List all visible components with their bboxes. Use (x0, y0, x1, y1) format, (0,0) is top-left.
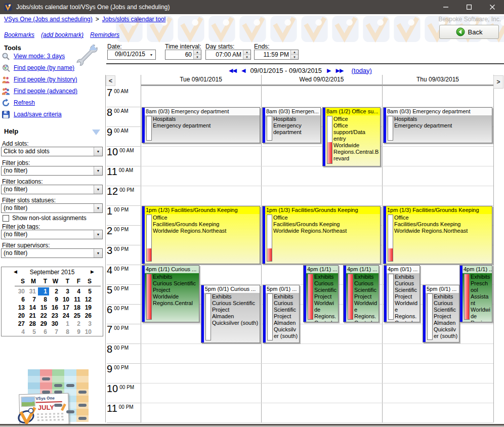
calendar-event[interactable]: 4pm (1/1) ...ExhibitsCurious Scientific … (343, 265, 379, 322)
date-dropdown-arrow-icon[interactable]: ▼ (147, 50, 155, 59)
calendar-event[interactable]: 4pm (1/1) ...ExhibitsPreschool Assistant… (459, 265, 492, 322)
first-range-button[interactable]: ◀◀ (229, 66, 236, 74)
tool-link-refresh[interactable]: Refresh (14, 99, 35, 106)
calendar-event[interactable]: 8am (1/2) Office su...OfficeOffice suppo… (322, 107, 381, 166)
filter-supervisors-dropdown[interactable]: (no filter)▼ (1, 248, 103, 258)
filter-locations-dropdown-arrow-icon[interactable]: ▼ (94, 185, 102, 194)
add-slots-dropdown[interactable]: Click to add slots▼ (1, 147, 103, 156)
minical-day-cell[interactable]: 20 (16, 312, 27, 320)
calendar-event[interactable]: 8am (0/3) Emergen...HospitalsEmergency d… (262, 107, 321, 143)
maximize-button[interactable] (457, 0, 481, 14)
today-link[interactable]: (today) (351, 67, 371, 74)
minical-day-cell[interactable]: 23 (49, 312, 60, 320)
minical-day-cell[interactable]: 2 (71, 320, 82, 328)
show-non-slot-assignments-checkbox[interactable] (3, 215, 9, 222)
next-range-button[interactable]: ▶ (327, 66, 330, 74)
minical-day-cell[interactable]: 13 (16, 304, 27, 312)
filter-job-tags-dropdown-arrow-icon[interactable]: ▼ (94, 230, 102, 239)
bookmarks-link[interactable]: Bookmarks (4, 31, 34, 38)
minical-day-cell[interactable]: 14 (27, 304, 38, 312)
minical-day-cell[interactable]: 18 (71, 304, 82, 312)
tool-link-view-mode-3-days[interactable]: View mode: 3 days (14, 53, 65, 60)
interval-up-button[interactable]: ▲ (194, 50, 201, 55)
minical-next-month-icon[interactable]: ▶ (91, 269, 94, 274)
minical-prev-month-icon[interactable]: ◀ (14, 269, 17, 274)
add-slots-dropdown-arrow-icon[interactable]: ▼ (94, 147, 102, 156)
minical-day-cell[interactable]: 19 (82, 304, 94, 312)
minical-day-cell[interactable]: 2 (49, 287, 60, 295)
minical-day-cell[interactable]: 22 (38, 312, 49, 320)
close-button[interactable] (481, 0, 504, 14)
minical-day-cell[interactable]: 11 (71, 295, 82, 304)
tool-link-find-people-advanced[interactable]: Find people (advanced) (14, 88, 77, 95)
day-starts-down-button[interactable]: ▼ (243, 55, 250, 60)
minical-day-cell[interactable]: 12 (82, 295, 94, 304)
day-starts-up-button[interactable]: ▲ (243, 50, 250, 55)
filter-supervisors-dropdown-arrow-icon[interactable]: ▼ (94, 249, 102, 258)
minical-day-cell[interactable]: 10 (82, 328, 94, 336)
minical-day-cell[interactable]: 6 (38, 328, 49, 336)
minical-day-cell[interactable]: 4 (16, 328, 27, 336)
calendar-event[interactable]: 1pm (1/3) Facilities/Grounds KeepingOffi… (262, 206, 381, 264)
minical-day-cell[interactable]: 5 (82, 287, 94, 295)
minical-day-cell[interactable]: 28 (27, 320, 38, 328)
filter-jobs-dropdown-arrow-icon[interactable]: ▼ (94, 166, 102, 175)
minical-day-cell[interactable]: 27 (16, 320, 27, 328)
minical-day-cell[interactable]: 7 (49, 328, 60, 336)
calendar-event[interactable]: 1pm (1/3) Facilities/Grounds KeepingOffi… (383, 206, 492, 264)
scroll-right-button[interactable]: > (493, 75, 503, 89)
time-interval-spinner[interactable]: 60 ▲▼ (165, 50, 201, 60)
minimize-button[interactable] (434, 0, 457, 14)
calendar-event[interactable]: 8am (0/3) Emergency departmentHospitalsE… (383, 107, 492, 143)
tool-link-load-save-criteria[interactable]: Load/save criteria (14, 111, 62, 118)
reminders-link[interactable]: Reminders (90, 31, 119, 38)
back-button[interactable]: Back (439, 25, 499, 39)
calendar-event[interactable]: 4pm (0/1) ...ExhibitsCurious Scientific … (384, 265, 420, 322)
interval-down-button[interactable]: ▼ (194, 55, 201, 60)
calendar-event[interactable]: 5pm (0/1) ...ExhibitsCurious Scientific … (263, 285, 300, 343)
calendar-event[interactable]: 4pm (1/1) ...ExhibitsCurious Scientific … (303, 265, 339, 322)
minical-day-cell[interactable]: 7 (27, 295, 38, 304)
filter-slots-statuses-dropdown[interactable]: (no filter)▼ (1, 203, 103, 213)
date-combobox[interactable]: 09/01/2015 ▼ (107, 50, 156, 60)
minical-day-cell[interactable]: 5 (27, 328, 38, 336)
breadcrumb-link-current[interactable]: Jobs/slots calendar tool (102, 16, 165, 23)
minical-day-cell[interactable]: 30 (49, 320, 60, 328)
minical-day-cell[interactable]: 3 (60, 287, 71, 295)
tool-link-find-people-by-name[interactable]: Find people (by name) (14, 64, 74, 71)
help-expand-toggle[interactable] (92, 130, 100, 135)
calendar-event[interactable]: 5pm (0/1) Curious ...ExhibitsCurious Sci… (201, 285, 260, 343)
minical-day-cell[interactable]: 8 (38, 295, 49, 304)
add-bookmark-link[interactable]: (add bookmark) (41, 31, 83, 38)
filter-jobs-dropdown[interactable]: (no filter)▼ (1, 166, 103, 176)
filter-slots-statuses-dropdown-arrow-icon[interactable]: ▼ (94, 204, 102, 212)
minical-day-cell[interactable]: 4 (71, 287, 82, 295)
calendar-event[interactable]: 4pm (1/1) Curious ...ExhibitsCurious Sci… (142, 265, 199, 322)
minical-day-cell[interactable]: 29 (38, 320, 49, 328)
breadcrumb-link-root[interactable]: VSys One (Jobs and scheduling) (4, 16, 93, 23)
minical-day-cell[interactable]: 3 (82, 320, 94, 328)
ends-down-button[interactable]: ▼ (291, 55, 298, 60)
minical-day-cell[interactable]: 1 (38, 287, 49, 295)
tool-link-find-people-by-history[interactable]: Find people (by history) (14, 76, 77, 83)
filter-job-tags-dropdown[interactable]: (no filter)▼ (1, 230, 103, 239)
minical-day-cell[interactable]: 9 (71, 328, 82, 336)
minical-day-cell[interactable]: 16 (49, 304, 60, 312)
calendar-event[interactable]: 8am (0/3) Emergency departmentHospitalsE… (142, 107, 260, 143)
last-range-button[interactable]: ▶▶ (336, 66, 344, 74)
scroll-left-button[interactable]: < (106, 75, 115, 86)
prev-range-button[interactable]: ◀ (241, 66, 245, 74)
day-starts-spinner[interactable]: 07:00 AM ▲▼ (205, 50, 251, 60)
minical-day-cell[interactable]: 1 (60, 320, 71, 328)
ends-up-button[interactable]: ▲ (291, 50, 298, 55)
minical-day-cell[interactable]: 24 (60, 312, 71, 320)
tools-collapse-toggle[interactable] (89, 45, 97, 50)
minical-day-cell[interactable]: 26 (82, 312, 94, 320)
minical-day-cell[interactable]: 31 (27, 287, 38, 295)
minical-day-cell[interactable]: 30 (16, 287, 27, 295)
calendar-event[interactable]: 5pm (0/1) ...ExhibitsCurious Scientific … (423, 285, 459, 343)
minical-day-cell[interactable]: 15 (38, 304, 49, 312)
minical-day-cell[interactable]: 17 (60, 304, 71, 312)
minical-day-cell[interactable]: 25 (71, 312, 82, 320)
minical-day-cell[interactable]: 8 (60, 328, 71, 336)
